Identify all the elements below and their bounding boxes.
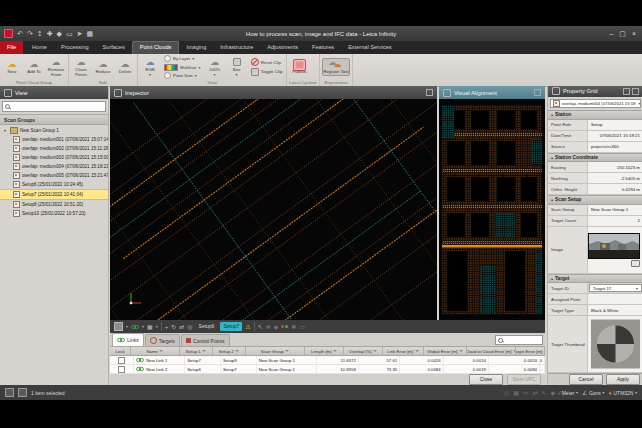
visual-alignment-viewport[interactable] xyxy=(439,99,545,320)
section-station[interactable]: ▴ Station xyxy=(548,110,642,119)
report-icon[interactable]: ▦ xyxy=(86,29,93,38)
lock-checkbox[interactable] xyxy=(118,366,125,373)
reduce-button[interactable]: ☁ Reduce xyxy=(93,59,113,75)
close-button[interactable]: Close xyxy=(469,374,503,385)
point-size-button[interactable]: Point Size ▾ xyxy=(164,72,201,79)
redo-icon[interactable]: ↷ xyxy=(27,29,33,38)
apply-button[interactable]: Apply xyxy=(606,374,640,385)
tab-features[interactable]: Features xyxy=(305,41,341,54)
visual-pin-icon[interactable] xyxy=(534,89,541,96)
angle-unit-dropdown[interactable]: ∠ Gons ▾ xyxy=(582,389,604,396)
target-thumbnail[interactable] xyxy=(591,319,640,369)
link-row[interactable]: New Link 1 Setup7 Setup9 New Scan Group … xyxy=(110,356,545,365)
tab-point-clouds[interactable]: Point Clouds xyxy=(132,41,180,54)
toggle-clip-button[interactable]: Toggle Clip xyxy=(251,68,283,76)
filter-icon[interactable] xyxy=(415,350,419,352)
filter-icon[interactable] xyxy=(235,350,239,352)
filter-icon[interactable] xyxy=(159,350,163,352)
grid-status-icon[interactable]: ▦ xyxy=(513,389,519,396)
fill-mode-chevron-icon[interactable]: ▾ xyxy=(126,324,128,329)
tree-item[interactable]: overlap- medium003 (07/06/2021 15:15:00) xyxy=(0,153,108,162)
link-row[interactable]: New Link 2 Setup6 Setup7 New Scan Group … xyxy=(110,365,545,374)
tab-control-points[interactable]: Control Points xyxy=(181,334,229,346)
by-layer-button[interactable]: By Layer ▾ xyxy=(164,55,201,62)
col-name[interactable]: Name xyxy=(131,347,180,355)
register-tool-button[interactable]: ☁ ☁ Register Tool xyxy=(322,58,350,76)
target-id-dropdown[interactable]: Target 17 ▾ xyxy=(589,284,642,292)
tab-surfaces[interactable]: Surfaces xyxy=(96,41,132,54)
fill-mode-button[interactable] xyxy=(114,322,123,331)
col-lock[interactable]: Lock xyxy=(110,347,131,355)
import-icon[interactable]: ↥ xyxy=(37,29,43,38)
inspector-viewport[interactable] xyxy=(110,99,437,320)
section-station-coordinate[interactable]: ▴ Station Coordinate xyxy=(548,153,642,162)
view-toggle-icon[interactable] xyxy=(18,388,27,397)
section-scan-setup[interactable]: ▴ Scan Setup xyxy=(548,195,642,204)
property-close-icon[interactable] xyxy=(632,88,639,95)
link-mode-icon[interactable] xyxy=(131,324,139,330)
tab-external-services[interactable]: External Services xyxy=(341,41,399,54)
display-mode-chevron-icon[interactable]: ▾ xyxy=(156,324,158,329)
setup7-chip[interactable]: Setup7 xyxy=(220,322,242,331)
col-setup2[interactable]: Setup 2 xyxy=(213,347,246,355)
layout-toggle-icon[interactable] xyxy=(5,388,14,397)
tree-item[interactable]: overlap- medium002 (07/06/2021 15:11:26) xyxy=(0,144,108,153)
add-icon[interactable]: ✚ xyxy=(47,29,53,38)
tab-file[interactable]: File xyxy=(0,41,23,54)
minimize-button[interactable]: – xyxy=(609,30,613,38)
setup6-chip[interactable]: Setup6 xyxy=(196,322,218,331)
station-selector-dropdown[interactable]: overlap- medium004 (07/06/2021 15:18: ▾ xyxy=(550,99,641,108)
filter-icon[interactable] xyxy=(459,350,463,352)
property-pin-icon[interactable] xyxy=(623,88,630,95)
register-pair-icon[interactable] xyxy=(281,324,288,329)
tree-item-selected[interactable]: Setup7 (25/01/2022 10:41:04) xyxy=(0,189,108,200)
zoom-100-button[interactable]: ☁ 100% ▾ xyxy=(205,57,225,78)
restore-button[interactable]: ▢ xyxy=(619,30,626,38)
cancel-button[interactable]: Cancel xyxy=(569,374,603,385)
tree-item[interactable]: overlap- medium001 (07/06/2021 15:07:14) xyxy=(0,135,108,144)
filter-icon[interactable] xyxy=(373,350,377,352)
new-point-cloud-button[interactable]: ☁ New xyxy=(2,59,22,75)
col-scan-group[interactable]: Scan Group xyxy=(246,347,305,355)
filter-icon[interactable] xyxy=(202,350,206,352)
publish-button[interactable]: Publish xyxy=(289,59,309,75)
tree-item[interactable]: Setup6 (25/01/2022 10:24:45) xyxy=(0,180,108,189)
link-mode-chevron-icon[interactable]: ▾ xyxy=(142,324,144,329)
col-overlap[interactable]: Overlap [%] xyxy=(344,347,383,355)
close-button[interactable]: × xyxy=(632,30,636,38)
rotate-tool-icon[interactable]: ↻ xyxy=(171,323,176,330)
swap-tool-icon[interactable]: ⇄ xyxy=(179,323,184,330)
frame-status-icon[interactable]: ▭ xyxy=(523,389,529,396)
display-mode-icon[interactable]: ▦ xyxy=(147,323,153,330)
tab-links[interactable]: Links xyxy=(112,333,144,346)
tab-targets[interactable]: Targets xyxy=(145,334,180,346)
tab-imaging[interactable]: Imaging xyxy=(179,41,213,54)
box-button[interactable]: Box ▾ xyxy=(227,57,247,78)
remove-from-button[interactable]: ☁ Remove From xyxy=(46,57,66,77)
move-tool-icon[interactable]: + xyxy=(165,324,169,330)
snap-status-icon[interactable]: ◎ xyxy=(504,389,509,396)
col-global-error[interactable]: Global Error [m] xyxy=(424,347,467,355)
rgb-button[interactable]: ☁ RGB ▾ xyxy=(140,57,160,78)
tree-item[interactable]: Setup8 (25/01/2022 10:51:20) xyxy=(0,200,108,209)
style-icon[interactable]: ◆ xyxy=(57,29,62,38)
panorama-thumbnail[interactable] xyxy=(588,233,640,259)
add-to-button[interactable]: ☁ Add To xyxy=(24,59,44,75)
distance-unit-dropdown[interactable]: ∕ Meter ▾ xyxy=(559,390,578,396)
tab-adjustments[interactable]: Adjustments xyxy=(260,41,305,54)
tab-infrastructure[interactable]: Infrastructure xyxy=(213,41,260,54)
camera-icon[interactable] xyxy=(631,260,640,267)
snap-tool-icon[interactable]: ◆ xyxy=(274,323,279,330)
tab-home[interactable]: Home xyxy=(25,41,54,54)
target-tool-icon[interactable]: ◎ xyxy=(187,323,192,330)
extra-tool-icon[interactable]: ▭ xyxy=(299,323,305,330)
run-icon[interactable]: ➤ xyxy=(77,29,83,38)
crs-dropdown[interactable]: ● UTM32N ▾ xyxy=(608,390,637,396)
undo-icon[interactable]: ↶ xyxy=(17,29,23,38)
col-length[interactable]: Length [m] xyxy=(305,347,344,355)
section-target[interactable]: ▴ Target xyxy=(548,274,642,283)
lock-checkbox[interactable] xyxy=(118,357,125,364)
scan-groups-header[interactable]: Scan Groups xyxy=(0,114,108,125)
diamond-status-icon[interactable]: ◆ xyxy=(551,389,556,396)
clean-points-button[interactable]: ☁ Clean Points xyxy=(71,57,91,77)
